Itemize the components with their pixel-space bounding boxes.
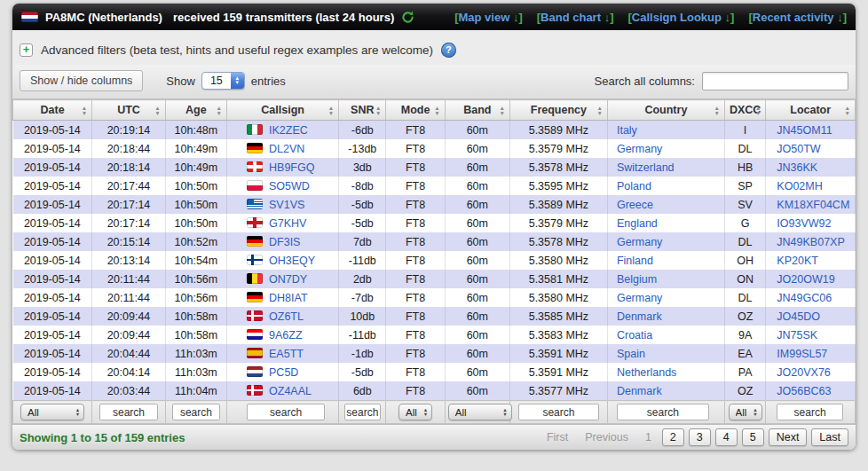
- filter-cell-callsign: [227, 401, 339, 424]
- column-header-dxcc[interactable]: DXCC▲▼: [724, 100, 766, 121]
- column-header-locator[interactable]: Locator▲▼: [766, 100, 856, 121]
- country-link[interactable]: Greece: [617, 199, 653, 211]
- link-callsign-lookup[interactable]: [Callsign Lookup ↓]: [627, 11, 734, 24]
- column-header-callsign[interactable]: Callsign▲▼: [227, 100, 339, 121]
- page-button-2[interactable]: 2: [662, 428, 684, 446]
- locator-link[interactable]: JO20OW19: [777, 273, 834, 286]
- country-link[interactable]: Finland: [617, 255, 653, 267]
- callsign-link[interactable]: SO5WD: [269, 180, 310, 192]
- locator-link[interactable]: IM99SL57: [777, 348, 827, 360]
- callsign-link[interactable]: EA5TT: [269, 348, 304, 360]
- country-link[interactable]: Netherlands: [617, 366, 676, 379]
- country-link[interactable]: Germany: [617, 236, 662, 248]
- locator-link[interactable]: KP20KT: [777, 255, 818, 267]
- frequency-filter-input[interactable]: [518, 404, 599, 420]
- column-header-country[interactable]: Country▲▼: [607, 100, 724, 121]
- search-all-input[interactable]: [702, 72, 848, 90]
- callsign-link[interactable]: DH8IAT: [269, 292, 308, 304]
- entries-per-page-select[interactable]: 15 ▲▼: [201, 72, 245, 90]
- mode-filter-select[interactable]: All▲▼: [398, 404, 432, 420]
- country-link[interactable]: Italy: [617, 124, 637, 137]
- country-link[interactable]: Germany: [617, 143, 662, 155]
- callsign-link[interactable]: DF3IS: [269, 236, 300, 248]
- link-band-chart[interactable]: [Band chart ↓]: [537, 11, 614, 24]
- page-button-last[interactable]: Last: [811, 428, 848, 446]
- locator-link[interactable]: JN75SK: [777, 329, 817, 341]
- column-header-age[interactable]: Age▲▼: [165, 100, 226, 121]
- cell-dxcc: 9A: [724, 326, 766, 344]
- cell-date: 2019-05-14: [13, 177, 92, 195]
- cell-callsign: DF3IS: [227, 232, 339, 251]
- page-button-next[interactable]: Next: [769, 428, 808, 446]
- callsign-link[interactable]: HB9FGQ: [269, 161, 314, 174]
- callsign-link[interactable]: G7KHV: [269, 217, 306, 230]
- show-hide-columns-button[interactable]: Show / hide columns: [20, 70, 143, 91]
- country-filter-input[interactable]: [617, 404, 709, 420]
- locator-link[interactable]: JO50TW: [777, 143, 820, 155]
- cell-date: 2019-05-14: [13, 270, 92, 288]
- callsign-filter-input[interactable]: [247, 404, 325, 420]
- cell-country: Germany: [607, 232, 724, 251]
- locator-link[interactable]: JO45DO: [777, 310, 820, 323]
- country-link[interactable]: Denmark: [617, 310, 662, 323]
- page-button-3[interactable]: 3: [689, 428, 711, 446]
- country-link[interactable]: Belgium: [617, 273, 657, 286]
- column-header-frequency[interactable]: Frequency▲▼: [509, 100, 607, 121]
- page-button-5[interactable]: 5: [742, 428, 764, 446]
- link-recent-activity[interactable]: [Recent activity ↓]: [748, 11, 847, 24]
- help-icon[interactable]: ?: [441, 43, 456, 58]
- column-header-band[interactable]: Band▲▼: [445, 100, 509, 121]
- page-button-4[interactable]: 4: [715, 428, 738, 446]
- refresh-icon[interactable]: [401, 11, 414, 24]
- snr-filter-input[interactable]: [344, 404, 381, 420]
- column-header-mode[interactable]: Mode▲▼: [386, 100, 445, 121]
- callsign-link[interactable]: SV1VS: [269, 199, 304, 211]
- table-row: 2019-05-1420:09:4410h:58mOZ6TL10dbFT860m…: [13, 307, 856, 326]
- filter-cell-dxcc: All▲▼: [724, 401, 766, 424]
- locator-link[interactable]: JO56BC63: [777, 385, 831, 397]
- callsign-link[interactable]: OZ4AAL: [269, 385, 312, 397]
- cell-age: 10h:56m: [165, 288, 226, 307]
- locator-link[interactable]: JO20VX76: [777, 366, 830, 379]
- country-link[interactable]: Switzerland: [617, 161, 675, 174]
- locator-link[interactable]: JN49GC06: [777, 292, 832, 304]
- locator-filter-input[interactable]: [777, 404, 842, 420]
- cell-country: Spain: [607, 344, 724, 363]
- date-filter-select[interactable]: All▲▼: [20, 404, 84, 420]
- germany-flag-icon: [247, 236, 263, 247]
- expand-advanced-filters-icon[interactable]: +: [20, 43, 33, 57]
- callsign-link[interactable]: DL2VN: [269, 143, 304, 155]
- age-filter-input[interactable]: [172, 404, 221, 420]
- country-link[interactable]: Denmark: [617, 385, 662, 397]
- column-header-utc[interactable]: UTC▲▼: [92, 100, 166, 121]
- locator-link[interactable]: IO93VW92: [777, 217, 831, 230]
- country-link[interactable]: England: [617, 217, 658, 230]
- callsign-link[interactable]: IK2ZEC: [269, 124, 308, 137]
- callsign-link[interactable]: OH3EQY: [269, 255, 315, 267]
- country-link[interactable]: Germany: [617, 292, 662, 304]
- locator-link[interactable]: JN36KK: [777, 161, 817, 174]
- link-map-view[interactable]: [Map view ↓]: [454, 11, 523, 24]
- column-header-date[interactable]: Date▲▼: [13, 100, 92, 121]
- country-link[interactable]: Croatia: [617, 329, 652, 341]
- callsign-link[interactable]: OZ6TL: [269, 310, 304, 323]
- select-arrows-icon: ▲▼: [502, 408, 507, 416]
- cell-country: Germany: [607, 288, 724, 307]
- cell-locator: JO50TW: [766, 139, 856, 158]
- cell-age: 10h:52m: [165, 232, 226, 251]
- cell-dxcc: SP: [724, 177, 766, 195]
- country-link[interactable]: Spain: [617, 348, 645, 360]
- callsign-link[interactable]: ON7DY: [269, 273, 307, 286]
- locator-link[interactable]: JN45OM11: [777, 124, 832, 137]
- country-link[interactable]: Poland: [617, 180, 651, 192]
- switzerland-flag-icon: [247, 161, 263, 172]
- dxcc-filter-select[interactable]: All▲▼: [729, 404, 762, 420]
- locator-link[interactable]: KM18XF04CM: [777, 199, 849, 211]
- utc-filter-input[interactable]: [99, 404, 158, 420]
- locator-link[interactable]: JN49KB07XP: [777, 236, 844, 248]
- band-filter-select[interactable]: All▲▼: [448, 404, 512, 420]
- callsign-link[interactable]: PC5D: [269, 366, 298, 379]
- column-header-snr[interactable]: SNR▲▼: [339, 100, 386, 121]
- locator-link[interactable]: KO02MH: [777, 180, 822, 192]
- callsign-link[interactable]: 9A6ZZ: [269, 329, 303, 341]
